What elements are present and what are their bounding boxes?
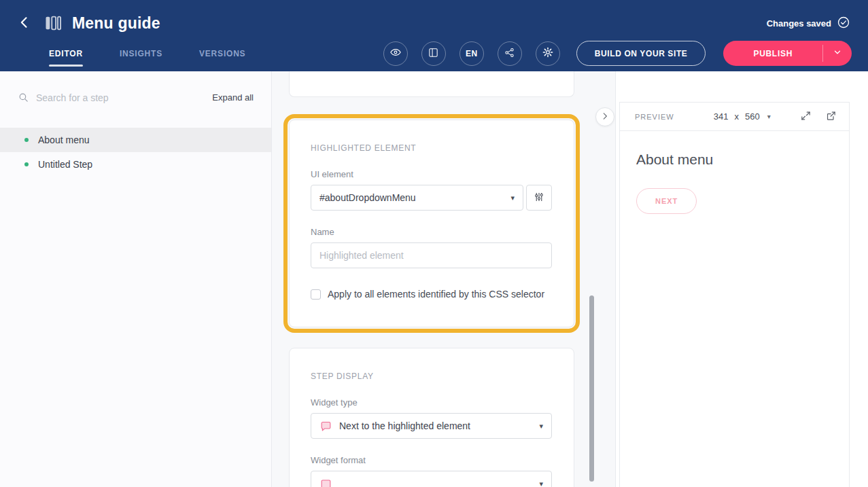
chevron-left-icon <box>18 16 31 31</box>
step-editor-panel: HIGHLIGHTED ELEMENT UI element #aboutDro… <box>272 71 615 487</box>
language-button[interactable]: EN <box>459 41 484 66</box>
preview-next-button[interactable]: NEXT <box>636 188 697 214</box>
tab-insights[interactable]: INSIGHTS <box>120 35 162 71</box>
layout-icon <box>428 47 439 60</box>
highlighted-element-card: HIGHLIGHTED ELEMENT UI element #aboutDro… <box>289 120 574 327</box>
collapse-preview-button[interactable] <box>595 107 614 126</box>
widget-type-value: Next to the highlighted element <box>339 420 470 431</box>
expand-all-link[interactable]: Expand all <box>212 92 254 103</box>
header-toolbar-row: EDITOR INSIGHTS VERSIONS EN <box>0 35 868 71</box>
preview-body: About menu NEXT <box>620 131 849 234</box>
external-link-icon <box>825 110 837 124</box>
ui-element-value: #aboutDropdownMenu <box>319 192 416 203</box>
app-logo-icon <box>44 14 63 33</box>
step-label: Untitled Step <box>38 159 92 170</box>
highlighted-element-name-input[interactable] <box>311 242 552 268</box>
preview-title: PREVIEW <box>635 113 674 121</box>
gear-icon <box>542 46 554 60</box>
app-window: Menu guide Changes saved EDITOR INSIGHTS… <box>0 0 868 487</box>
chevron-right-icon <box>600 111 610 123</box>
name-label: Name <box>311 227 552 237</box>
step-status-dot <box>24 162 29 166</box>
header-title-row: Menu guide Changes saved <box>0 0 868 35</box>
tab-versions[interactable]: VERSIONS <box>199 35 245 71</box>
scrollbar-thumb[interactable] <box>589 295 594 482</box>
open-in-new-tab-button[interactable] <box>825 110 837 124</box>
step-search-input[interactable] <box>36 92 158 103</box>
settings-button[interactable] <box>536 41 560 66</box>
publish-button[interactable]: PUBLISH <box>723 41 822 66</box>
step-search-row: Expand all <box>0 71 271 115</box>
preview-step-title: About menu <box>636 151 833 168</box>
ui-element-select[interactable]: #aboutDropdownMenu ▾ <box>311 185 523 211</box>
preview-height-value: 560 <box>745 111 760 122</box>
main-body: Expand all About menu Untitled Step H <box>0 71 868 487</box>
tooltip-widget-icon <box>319 420 332 433</box>
widget-type-label: Widget type <box>311 397 552 408</box>
step-display-card: STEP DISPLAY Widget type Next to the hig… <box>289 348 574 487</box>
preview-width-value: 341 <box>714 111 729 122</box>
widget-type-select[interactable]: Next to the highlighted element ▾ <box>311 413 552 439</box>
preview-size-dropdown[interactable]: 341 x 560 ▾ <box>714 111 771 122</box>
tab-editor[interactable]: EDITOR <box>49 35 83 71</box>
chevron-down-icon <box>833 48 842 59</box>
step-item-about-menu[interactable]: About menu <box>0 128 271 152</box>
chevron-down-icon: ▾ <box>532 422 543 431</box>
share-icon <box>504 47 515 60</box>
widget-format-label: Widget format <box>311 455 552 465</box>
apply-to-all-row: Apply to all elements identified by this… <box>311 289 552 300</box>
apply-to-all-checkbox[interactable] <box>311 289 321 300</box>
top-header: Menu guide Changes saved EDITOR INSIGHTS… <box>0 0 868 71</box>
expand-icon <box>800 110 812 124</box>
section-title-step-display: STEP DISPLAY <box>311 372 552 381</box>
preview-header-icons <box>800 110 837 124</box>
sliders-icon <box>533 191 545 205</box>
layout-button[interactable] <box>421 41 446 66</box>
steps-sidebar: Expand all About menu Untitled Step <box>0 71 272 487</box>
page-title: Menu guide <box>72 14 160 33</box>
chevron-down-icon: ▾ <box>532 480 543 487</box>
header-actions: EN BUILD ON YOUR SITE PUBLISH <box>383 41 852 66</box>
preview-card: PREVIEW 341 x 560 ▾ <box>619 102 850 487</box>
eye-icon <box>389 46 402 60</box>
format-widget-icon <box>319 477 332 487</box>
language-badge: EN <box>466 49 478 58</box>
step-label: About menu <box>38 134 90 145</box>
preview-header: PREVIEW 341 x 560 ▾ <box>620 103 849 131</box>
changes-saved-status: Changes saved <box>767 16 850 31</box>
share-button[interactable] <box>498 41 522 66</box>
preview-size-separator: x <box>734 111 739 122</box>
expand-preview-button[interactable] <box>800 110 812 124</box>
publish-split-button: PUBLISH <box>723 41 852 66</box>
back-button[interactable] <box>18 16 31 31</box>
apply-to-all-label: Apply to all elements identified by this… <box>328 289 544 300</box>
search-icon <box>18 92 29 103</box>
changes-saved-label: Changes saved <box>767 18 831 29</box>
ui-element-row: #aboutDropdownMenu ▾ <box>311 185 552 211</box>
build-on-your-site-button[interactable]: BUILD ON YOUR SITE <box>576 41 706 66</box>
editor-tabs: EDITOR INSIGHTS VERSIONS <box>49 35 245 71</box>
chevron-down-icon: ▾ <box>504 194 515 202</box>
steps-list: About menu Untitled Step <box>0 128 271 177</box>
highlighted-element-ring: HIGHLIGHTED ELEMENT UI element #aboutDro… <box>283 114 580 333</box>
chevron-down-icon: ▾ <box>767 113 771 120</box>
previous-settings-card-partial <box>289 71 574 97</box>
check-circle-icon <box>837 16 850 31</box>
ui-element-label: UI element <box>311 169 552 179</box>
section-title-highlighted-element: HIGHLIGHTED ELEMENT <box>311 143 552 153</box>
publish-dropdown-button[interactable] <box>823 41 852 66</box>
step-status-dot <box>24 138 29 142</box>
step-item-untitled-step[interactable]: Untitled Step <box>0 152 271 177</box>
element-picker-settings-button[interactable] <box>526 185 552 211</box>
widget-format-select[interactable]: ▾ <box>311 471 552 487</box>
preview-panel: PREVIEW 341 x 560 ▾ <box>615 71 868 487</box>
preview-eye-button[interactable] <box>383 41 408 66</box>
